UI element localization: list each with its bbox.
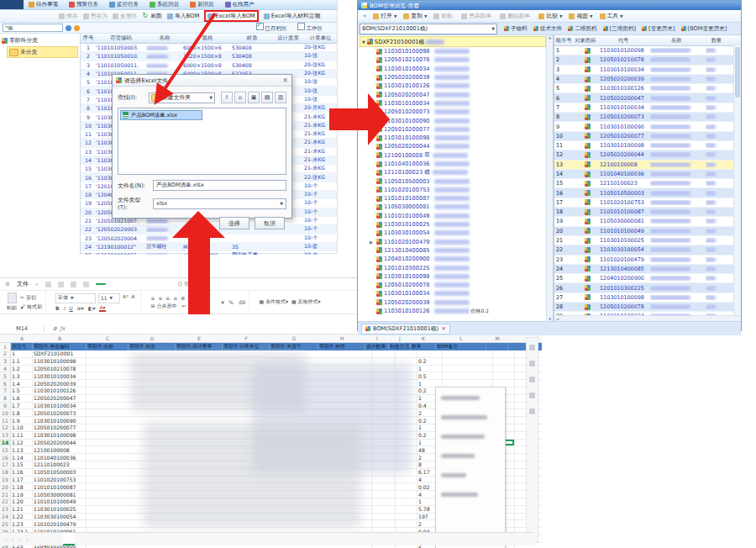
detail-tab[interactable]: [变更历史] xyxy=(642,25,675,33)
tree-item[interactable]: 1205020200047 xyxy=(358,90,553,98)
tree-item[interactable]: 1205020200039 xyxy=(358,298,553,307)
toolbar-button[interactable]: 另存副本 xyxy=(461,12,493,20)
conditional-format-button[interactable]: ▦ 条件格式▾ xyxy=(259,298,288,306)
tree-item[interactable]: 1205010200073 xyxy=(358,108,553,116)
tree-item[interactable]: 1205020200039 xyxy=(358,73,553,82)
file-list[interactable]: 产品BOM清单.xlsx xyxy=(118,108,286,175)
table-row[interactable]: 25 '121301050015 φ1246/φ1200 聚四氟乙烯 10-个 xyxy=(81,251,337,255)
tree-item[interactable]: 1201010300225 xyxy=(358,263,553,271)
horizontal-scrollbar[interactable]: ◄ xyxy=(554,315,741,321)
table-row[interactable]: 26 1201010300225 xyxy=(554,283,741,292)
table-row[interactable]: 2 1205010210078 xyxy=(554,55,741,65)
toolbar-button[interactable]: 导入BOM xyxy=(167,12,199,20)
list-view-icon[interactable]: ▤ xyxy=(261,92,273,103)
notification-tab[interactable]: 在线用户 xyxy=(225,1,255,8)
search-go-icon[interactable] xyxy=(66,25,71,31)
font-size-select[interactable]: 11▼ xyxy=(98,293,120,303)
table-row[interactable]: 24 '12190100012" 活节螺栓 M26×173 35 10-套 xyxy=(81,243,337,251)
tree-item[interactable]: 1101010100087 xyxy=(358,194,553,203)
table-row[interactable]: 9 1103010100090 xyxy=(554,122,741,131)
side-icon[interactable] xyxy=(529,377,535,382)
tree-item[interactable]: 1213010400085 xyxy=(358,246,553,255)
table-row[interactable]: 19 1105030000081 xyxy=(554,217,741,226)
toolbar-button[interactable]: 全显区 xyxy=(113,12,137,20)
percent-format-button[interactable]: % xyxy=(228,299,234,305)
vertical-scrollbar[interactable] xyxy=(733,45,741,315)
toolbar-button[interactable]: 粘贴 xyxy=(433,12,454,20)
file-item-selected[interactable]: 产品BOM清单.xlsx xyxy=(120,110,202,120)
home-icon[interactable]: ⌂ xyxy=(234,92,246,103)
table-row[interactable]: 5 1103010100126 xyxy=(554,84,741,93)
table-row[interactable]: 23 '120502020004. 10-个 xyxy=(81,234,337,243)
lookin-select[interactable]: 新建文件夹 ▼ xyxy=(149,92,215,103)
tree-item[interactable]: 1204010200900 xyxy=(358,255,553,263)
tree-item[interactable]: 1101040100036 xyxy=(358,160,553,168)
tree-item[interactable]: 1103010100034 xyxy=(358,99,553,108)
toolbar-button[interactable]: 另存为 xyxy=(83,12,108,20)
table-row[interactable]: 15 12110100023 xyxy=(554,179,741,188)
filetype-select[interactable]: xlsx▼ xyxy=(153,198,286,209)
side-icon[interactable] xyxy=(529,408,535,414)
italic-button[interactable]: I xyxy=(64,305,66,311)
archive-checkbox[interactable]: 已存档区 xyxy=(256,23,287,33)
tree-item[interactable]: 1103010100126 价格0.2 xyxy=(358,307,553,315)
bold-button[interactable]: B xyxy=(55,305,60,311)
up-folder-icon[interactable]: ⇧ xyxy=(221,92,233,103)
bom-combo[interactable]: BOM(SDXF21010001橇) ▼ xyxy=(360,24,497,34)
toolbar-button[interactable]: 工具 ▼ xyxy=(600,12,623,20)
open-bom-tab[interactable]: BOM(SDXF21010001橇) × xyxy=(361,324,450,335)
fill-color-button[interactable]: ◧▾ xyxy=(88,305,96,311)
table-row[interactable]: 17 1101020100753 xyxy=(554,198,741,208)
align-buttons[interactable]: ≡ ≡ ≡ ≡ ≣ xyxy=(150,295,207,301)
detail-tab[interactable]: [三维图档] xyxy=(603,25,637,33)
notification-tab[interactable]: 监控任务 xyxy=(109,1,139,8)
redo-icon[interactable] xyxy=(83,282,89,287)
sheet-tab[interactable] xyxy=(50,533,61,545)
toolbar-button[interactable]: 复制 ▼ xyxy=(403,12,427,20)
tree-item[interactable]: 1103030100054 xyxy=(358,229,553,237)
format-painter-button[interactable]: 🖌 格式刷 xyxy=(20,303,42,311)
table-row[interactable]: 13 12100100008 xyxy=(554,161,741,170)
tree-item[interactable]: 12110100023 蝶 xyxy=(358,168,553,177)
filename-input[interactable]: 产品BOM清单.xlsx xyxy=(153,180,286,191)
table-row[interactable]: 21 1103010100025 xyxy=(554,236,741,245)
tree-item[interactable]: 1205020200044 xyxy=(358,142,553,150)
tree-item[interactable]: 1105030000081 xyxy=(358,203,553,211)
borders-button[interactable]: ⊞▾ xyxy=(77,305,84,311)
tree-item[interactable]: 1205010210078 xyxy=(358,55,553,64)
table-row[interactable]: 22 1103030100054 xyxy=(554,245,741,255)
table-row[interactable]: 14 1101040100036 xyxy=(554,170,741,179)
notification-tab[interactable]: 预警任务 xyxy=(69,1,98,8)
details-view-icon[interactable]: ▥ xyxy=(275,92,286,103)
decimal-button[interactable]: .00 xyxy=(238,299,246,305)
table-row[interactable]: 8 1205010200073 xyxy=(554,113,741,122)
tree-item[interactable]: 1103010100034 xyxy=(358,65,553,73)
tree-item[interactable]: 1103010100034 xyxy=(358,289,553,298)
side-icon[interactable] xyxy=(529,361,535,366)
workspace-checkbox[interactable]: 工作区 xyxy=(297,23,323,33)
font-color-button[interactable]: A▾ xyxy=(99,305,105,312)
expander-icon[interactable]: ▼ xyxy=(362,40,365,45)
toolbar-button[interactable]: ↻ 刷新 xyxy=(142,12,162,20)
new-folder-icon[interactable]: ▣ xyxy=(248,92,260,103)
tree-item[interactable]: 1103010100098 xyxy=(358,272,553,281)
cancel-button[interactable]: 取消 xyxy=(255,217,285,229)
tree-item[interactable]: 1101010100049 xyxy=(358,212,553,220)
underline-button[interactable]: U xyxy=(69,305,72,311)
close-icon[interactable]: × xyxy=(441,325,446,332)
sheet-tab[interactable] xyxy=(36,533,48,545)
side-icon[interactable] xyxy=(529,345,535,350)
toolbar-button[interactable]: 保存 xyxy=(59,12,78,20)
notification-tab[interactable]: 系统消息 xyxy=(150,1,179,8)
detail-tab[interactable]: 技术文件 xyxy=(533,25,562,33)
search-input[interactable]: *编 xyxy=(3,24,63,32)
tree-item[interactable]: 1105010500003 xyxy=(358,177,553,185)
tree-item-unclassified[interactable]: 未分类 xyxy=(7,46,78,58)
tree-item[interactable]: 1103010100098 xyxy=(358,47,553,55)
select-button[interactable]: 选择 xyxy=(219,217,249,229)
sheet-nav-arrows[interactable]: ‹ ‹ › › xyxy=(5,536,29,542)
table-row[interactable]: 25 1204010200900 xyxy=(554,274,741,283)
table-row[interactable]: 10 1205010200077 xyxy=(554,132,741,141)
currency-format-button[interactable]: ¥ xyxy=(221,299,224,305)
table-row[interactable]: 23 1101020100479 xyxy=(554,256,741,265)
